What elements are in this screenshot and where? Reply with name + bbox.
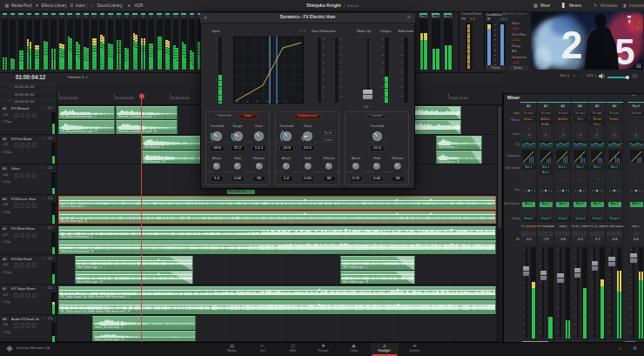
svg-text:2: 2 bbox=[561, 24, 582, 66]
svg-text:45: 45 bbox=[637, 64, 641, 69]
